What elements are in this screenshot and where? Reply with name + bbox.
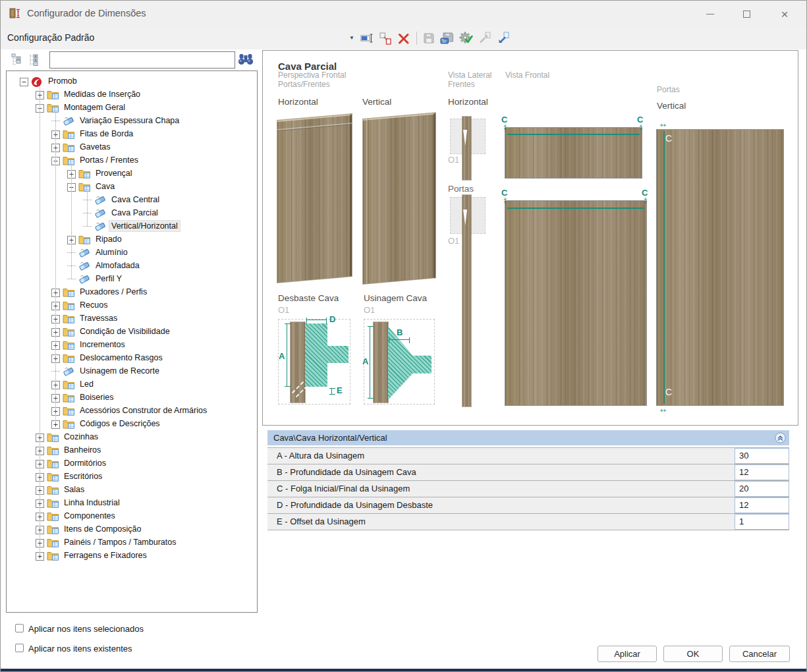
tag-icon	[78, 261, 91, 271]
tree-item[interactable]: Boiseries	[7, 391, 257, 404]
tree-item[interactable]: Salas	[7, 483, 257, 496]
tree-item[interactable]: Promob	[7, 74, 257, 88]
tree-item[interactable]: Códigos e Descrições	[7, 417, 257, 430]
delete-icon[interactable]	[396, 30, 412, 46]
tree-item[interactable]: Ripado	[7, 233, 257, 246]
tree-item[interactable]: Deslocamento Rasgos	[7, 351, 257, 364]
apply-selected-checkbox[interactable]	[15, 624, 24, 632]
tree-item[interactable]: Componentes	[7, 509, 257, 522]
tree-item[interactable]: Travessas	[7, 312, 257, 325]
save-image-icon[interactable]	[439, 30, 455, 46]
folder-icon	[78, 169, 91, 179]
tree-item[interactable]: Fitas de Borda	[7, 127, 257, 140]
cancel-button[interactable]: Cancelar	[729, 646, 790, 662]
dim-c-label: C	[665, 387, 672, 397]
apply-existing-checkbox[interactable]	[15, 644, 24, 652]
tree-item-label: Fitas de Borda	[78, 128, 135, 139]
collapse-node-icon[interactable]	[20, 77, 28, 86]
export-icon[interactable]	[495, 30, 511, 46]
close-button[interactable]: ×	[773, 4, 796, 24]
rename-icon[interactable]	[359, 30, 375, 46]
param-row: C - Folga Inicial/Final da Usinagem20	[267, 481, 789, 497]
collapse-section-icon[interactable]	[775, 432, 786, 443]
tree-item[interactable]: Cava Parcial	[7, 206, 257, 219]
param-value-input[interactable]: 12	[735, 497, 789, 513]
folder-icon	[63, 314, 75, 323]
tree-item[interactable]: Portas / Frentes	[7, 154, 257, 167]
ok-button[interactable]: OK	[663, 646, 723, 662]
tree-item[interactable]: Incrementos	[7, 338, 257, 351]
folder-icon	[63, 379, 75, 389]
folder-icon	[47, 445, 59, 455]
tree-item[interactable]: Variação Espessura Chapa	[7, 114, 257, 127]
tag-icon	[94, 208, 107, 218]
search-input[interactable]	[49, 51, 235, 69]
parameter-table: Cava\Cava Horizontal/Vertical A - Altura…	[267, 430, 789, 530]
tree-item[interactable]: Puxadores / Perfis	[7, 285, 257, 298]
tree-item[interactable]: Provençal	[7, 167, 257, 180]
tree-item[interactable]: Cozinhas	[7, 430, 257, 443]
app-icon	[9, 7, 21, 20]
parameter-table-title: Cava\Cava Horizontal/Vertical	[267, 430, 789, 445]
param-value-input[interactable]: 12	[735, 464, 789, 480]
tree-item-label: Painéis / Tampos / Tamburatos	[62, 537, 178, 547]
tree-item[interactable]: Usinagem de Recorte	[7, 364, 257, 378]
maximize-button[interactable]	[735, 4, 758, 24]
lateral-label-portas: Portas	[448, 184, 474, 194]
tree-item[interactable]: Montagem Geral	[7, 101, 257, 114]
tree-item[interactable]: Medidas de Inserção	[7, 88, 257, 101]
combobox-dropdown-icon[interactable]: ▼	[349, 35, 354, 41]
param-value-input[interactable]: 20	[735, 481, 789, 497]
parameter-table-header[interactable]: Cava\Cava Horizontal/Vertical	[267, 430, 789, 445]
param-row: B - Profundidade da Usinagem Cava12	[267, 464, 789, 481]
param-value-input[interactable]: 1	[735, 514, 789, 530]
tree-item[interactable]: Alumínio	[7, 246, 257, 259]
marker-o1-lateral-1: O1	[448, 155, 459, 165]
tree-item[interactable]: Painéis / Tampos / Tamburatos	[7, 536, 257, 549]
param-row: D - Profundidade da Usinagem Desbaste12	[267, 497, 789, 514]
save-icon[interactable]	[421, 30, 437, 46]
tree-item[interactable]: Ferragens e Fixadores	[7, 549, 257, 562]
usinagem-diagram: B A	[364, 319, 435, 405]
configuration-combobox[interactable]: Configuração Padrão	[7, 32, 94, 43]
param-value-input[interactable]: 30	[735, 448, 789, 464]
tree-item[interactable]: Linha Industrial	[7, 496, 257, 509]
tree-item[interactable]: Cava Central	[7, 193, 257, 206]
folder-icon	[63, 287, 75, 297]
tree-item[interactable]: Gavetas	[7, 140, 257, 154]
tree-item[interactable]: Dormitórios	[7, 457, 257, 470]
apply-button[interactable]: Aplicar	[598, 646, 657, 662]
tree-item-label: Puxadores / Perfis	[78, 287, 149, 297]
tree-item-label: Ferragens e Fixadores	[62, 550, 149, 561]
tree-item[interactable]: Perfil Y	[7, 272, 257, 285]
folder-icon	[47, 538, 59, 547]
tree-item[interactable]: Led	[7, 378, 257, 391]
tree-item-label: Cava	[94, 181, 117, 192]
tree-item[interactable]: Condição de Visibilidade	[7, 325, 257, 338]
wood-panel-frontal-1	[505, 128, 642, 178]
collapse-all-icon[interactable]	[11, 53, 23, 67]
tree-item[interactable]: Banheiros	[7, 443, 257, 457]
minimize-button[interactable]	[699, 4, 721, 24]
tree-item-label: Perfil Y	[94, 273, 124, 284]
apply-gear-icon[interactable]	[458, 30, 474, 46]
tree-item-label: Led	[78, 379, 96, 389]
tree-item[interactable]: Vertical/Horizontal	[7, 219, 257, 233]
tree-item[interactable]: Recuos	[7, 298, 257, 312]
tree-item[interactable]: Cava	[7, 180, 257, 193]
tree-children: ProvençalCavaCava CentralCava ParcialVer…	[7, 167, 257, 285]
tag-icon	[63, 116, 75, 126]
folder-icon	[47, 498, 59, 508]
marker-o1-usinagem: O1	[364, 305, 375, 315]
tree-item[interactable]: Acessórios Construtor de Armários	[7, 404, 257, 417]
tree-item[interactable]: Escritórios	[7, 470, 257, 483]
import-icon[interactable]	[476, 30, 492, 46]
expand-all-icon[interactable]	[27, 53, 39, 67]
search-icon[interactable]	[237, 53, 254, 67]
tree-item[interactable]: Almofadada	[7, 259, 257, 272]
tree-item-label: Variação Espessura Chapa	[78, 115, 181, 126]
label-vertical: Vertical	[362, 97, 391, 107]
copy-config-icon[interactable]	[377, 30, 393, 46]
dialog-window: Configurador de Dimensões × Configuração…	[0, 0, 807, 672]
tree-item[interactable]: Itens de Composição	[7, 522, 257, 536]
